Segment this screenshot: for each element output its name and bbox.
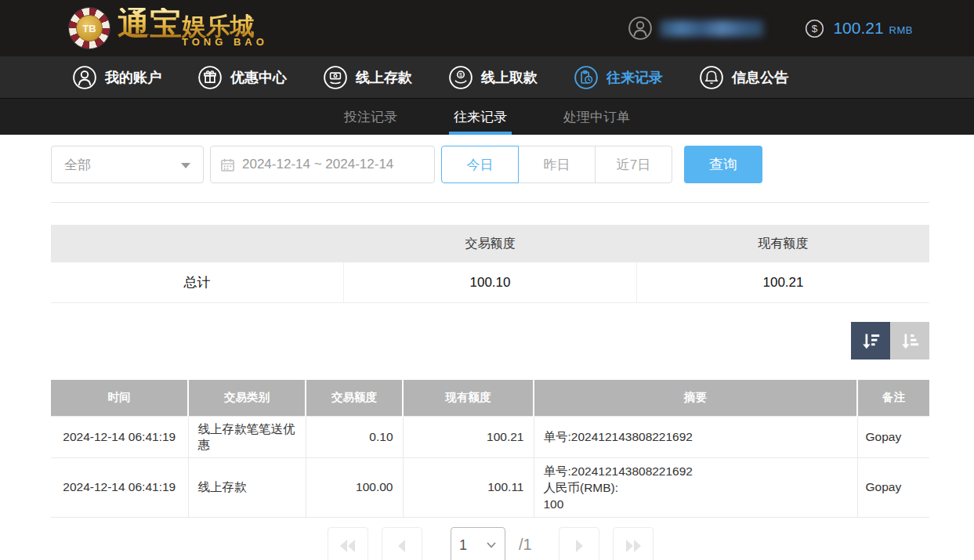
summary-current-amount: 100.21 xyxy=(636,262,929,302)
nav-label: 线上取款 xyxy=(481,68,538,87)
col-header-note: 备注 xyxy=(857,380,929,416)
sort-descending-icon xyxy=(860,331,882,352)
chip-monogram: TB xyxy=(76,15,103,42)
cell-time: 2024-12-14 06:41:19 xyxy=(51,457,188,517)
top-header-bar: TB 通宝娱乐城 TONG BAO $ 100.2 xyxy=(0,0,974,56)
user-circle-icon xyxy=(72,65,97,90)
cell-note: Gopay xyxy=(857,457,929,517)
tab-pending-orders[interactable]: 处理中订单 xyxy=(559,99,635,135)
next-page-button[interactable] xyxy=(559,527,599,560)
summary-line: 人民币(RMB): xyxy=(544,479,857,496)
record-tabs: 投注记录 往来记录 处理中订单 xyxy=(0,98,974,135)
page-select[interactable]: 1 xyxy=(451,527,505,560)
quick-range-group: 今日 昨日 近7日 xyxy=(441,146,672,183)
svg-text:$: $ xyxy=(459,71,462,77)
cell-summary: 单号:202412143808221692 xyxy=(534,416,857,457)
brand-subtitle: TONG BAO xyxy=(182,37,268,47)
col-header-summary: 摘要 xyxy=(534,380,857,416)
pagination: 1 /1 xyxy=(0,527,974,560)
poker-chip-icon: TB xyxy=(69,8,110,49)
summary-total-row: 总计 100.10 100.21 xyxy=(51,262,929,303)
sort-descending-button[interactable] xyxy=(851,322,890,359)
col-header-time: 时间 xyxy=(51,380,188,416)
summary-transaction-amount: 100.10 xyxy=(343,262,636,302)
col-header-balance: 现有额度 xyxy=(403,380,534,416)
main-navigation: 我的账户 优惠中心 线上存款 xyxy=(0,56,974,98)
range-last7days-button[interactable]: 近7日 xyxy=(595,146,672,183)
table-row: 2024-12-14 06:41:19 线上存款笔笔送优惠 0.10 100.2… xyxy=(51,416,929,457)
cell-summary: 单号:202412143808221692 人民币(RMB): 100 xyxy=(534,457,857,517)
records-icon xyxy=(574,65,599,90)
withdraw-icon: $ xyxy=(448,65,473,90)
divider xyxy=(51,202,929,203)
nav-item-announcements[interactable]: 信息公告 xyxy=(699,65,788,90)
brand-title: 通宝娱乐城 xyxy=(118,8,268,40)
cell-type: 线上存款 xyxy=(188,457,306,517)
tab-transaction-records[interactable]: 往来记录 xyxy=(449,99,512,135)
user-avatar-icon xyxy=(628,16,653,41)
date-range-value: 2024-12-14 ~ 2024-12-14 xyxy=(242,157,393,172)
announcement-bell-icon xyxy=(699,65,724,90)
summary-line: 单号:202412143808221692 xyxy=(544,463,857,479)
double-left-arrow-icon xyxy=(339,538,357,554)
summary-header-empty xyxy=(51,225,344,262)
category-dropdown[interactable]: 全部 xyxy=(51,146,204,183)
summary-line: 单号:202412143808221692 xyxy=(544,428,857,445)
nav-label: 我的账户 xyxy=(105,68,161,87)
chevron-down-icon xyxy=(181,163,190,168)
calendar-icon xyxy=(220,157,235,172)
sort-controls xyxy=(851,322,929,359)
cell-type: 线上存款笔笔送优惠 xyxy=(188,416,306,457)
tab-betting-records[interactable]: 投注记录 xyxy=(339,99,402,135)
category-dropdown-value: 全部 xyxy=(64,156,91,174)
records-table: 时间 交易类别 交易额度 现有额度 摘要 备注 2024-12-14 06:41… xyxy=(51,380,929,518)
wallet-balance[interactable]: $ 100.21 RMB xyxy=(804,18,913,39)
double-right-arrow-icon xyxy=(624,538,643,554)
deposit-icon xyxy=(323,65,348,90)
previous-page-button[interactable] xyxy=(382,527,422,560)
cell-balance: 100.21 xyxy=(403,416,534,457)
col-header-type: 交易类别 xyxy=(188,380,306,416)
site-logo[interactable]: TB 通宝娱乐城 TONG BAO xyxy=(69,8,268,49)
nav-item-deposit[interactable]: 线上存款 xyxy=(323,65,412,90)
nav-item-promotions[interactable]: 优惠中心 xyxy=(197,65,287,90)
cell-balance: 100.11 xyxy=(403,457,534,517)
gift-icon xyxy=(197,65,223,90)
first-page-button[interactable] xyxy=(328,527,368,560)
balance-amount: 100.21 xyxy=(833,19,883,38)
records-header-row: 时间 交易类别 交易额度 现有额度 摘要 备注 xyxy=(51,380,929,416)
summary-table: 交易额度 现有额度 总计 100.10 100.21 xyxy=(51,225,929,303)
summary-total-label: 总计 xyxy=(51,262,343,302)
cell-amount: 100.00 xyxy=(306,457,403,517)
date-range-picker[interactable]: 2024-12-14 ~ 2024-12-14 xyxy=(210,146,435,183)
summary-header-current-amount: 现有额度 xyxy=(636,225,929,262)
range-yesterday-button[interactable]: 昨日 xyxy=(518,146,596,183)
summary-header-transaction-amount: 交易额度 xyxy=(344,225,637,262)
nav-item-withdraw[interactable]: $ 线上取款 xyxy=(448,65,538,90)
account-summary[interactable] xyxy=(628,16,763,41)
brand-primary: 通宝 xyxy=(118,5,182,42)
header-account-area: $ 100.21 RMB xyxy=(628,0,913,56)
right-arrow-icon xyxy=(570,538,588,554)
summary-header-row: 交易额度 现有额度 xyxy=(51,225,929,262)
cell-amount: 0.10 xyxy=(306,416,403,457)
balance-currency: RMB xyxy=(889,21,913,36)
nav-item-my-account[interactable]: 我的账户 xyxy=(72,65,161,90)
left-arrow-icon xyxy=(393,538,411,554)
svg-text:$: $ xyxy=(812,23,818,34)
nav-item-transactions[interactable]: 往来记录 xyxy=(574,65,663,90)
last-page-button[interactable] xyxy=(613,527,654,560)
dollar-circle-icon: $ xyxy=(804,18,825,39)
search-button[interactable]: 查询 xyxy=(684,146,762,183)
sort-ascending-icon xyxy=(900,331,921,352)
summary-line: 100 xyxy=(544,496,857,512)
range-today-button[interactable]: 今日 xyxy=(441,146,519,183)
col-header-amount: 交易额度 xyxy=(306,380,403,416)
transaction-records-page: TB 通宝娱乐城 TONG BAO $ 100.2 xyxy=(0,0,974,560)
nav-label: 线上存款 xyxy=(356,68,412,87)
cell-time: 2024-12-14 06:41:19 xyxy=(51,416,188,457)
nav-label: 信息公告 xyxy=(732,68,788,87)
sort-ascending-button[interactable] xyxy=(890,322,929,359)
cell-note: Gopay xyxy=(857,416,929,457)
username-blurred xyxy=(660,20,763,37)
